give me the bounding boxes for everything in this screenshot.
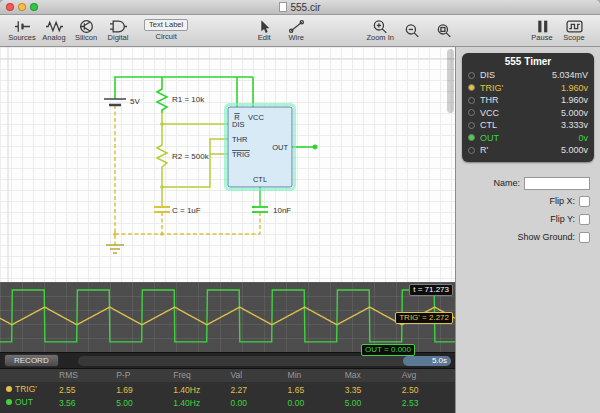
- pin-row-reset[interactable]: R' 5.000v: [468, 144, 588, 157]
- capacitor-c2[interactable]: [252, 207, 268, 212]
- wire-net-dis[interactable]: [162, 113, 228, 142]
- scrollbar-thumb[interactable]: [447, 49, 454, 113]
- out-signal-dot: [6, 399, 12, 405]
- pin-row-ctl[interactable]: CTL 3.333v: [468, 119, 588, 132]
- flip-x-label: Flip X:: [549, 196, 575, 206]
- out-avg: 2.53: [398, 395, 455, 408]
- pin-probe-radio[interactable]: [468, 84, 475, 91]
- ground-symbol[interactable]: [106, 245, 124, 253]
- circuit-schematic: R VCC DIS THR TRIG OUT CTL: [0, 47, 455, 282]
- chip-info-box: 555 Timer DIS 5.034mV TRIG' 1.960v THR 1…: [462, 53, 594, 162]
- pin-probe-radio[interactable]: [468, 134, 475, 141]
- pin-row-dis[interactable]: DIS 5.034mV: [468, 69, 588, 82]
- text-label-circuit-control[interactable]: Text Label Circuit: [144, 19, 188, 41]
- silicon-label: Silicon: [75, 34, 97, 42]
- pin-probe-radio[interactable]: [468, 109, 475, 116]
- resistor-r2[interactable]: [157, 142, 167, 170]
- document-icon: [279, 2, 287, 12]
- pin-value: 3.333v: [561, 120, 588, 130]
- pin-row-out[interactable]: OUT 0v: [468, 132, 588, 145]
- pin-label: R': [480, 145, 488, 155]
- pin-row-thr[interactable]: THR 1.960v: [468, 94, 588, 107]
- resistor-icon: [46, 19, 63, 34]
- zoom-window-button[interactable]: [30, 3, 38, 11]
- out-pp: 5.00: [112, 395, 169, 408]
- pin-label: VCC: [480, 108, 499, 118]
- flip-y-checkbox[interactable]: [579, 214, 590, 225]
- canvas-vertical-scrollbar[interactable]: [447, 49, 454, 280]
- wire-label: Wire: [288, 34, 303, 42]
- oscilloscope-panel[interactable]: t = 71.273 TRIG' = 2.272 OUT = 0.000: [0, 282, 455, 352]
- time-cursor-badge: t = 71.273: [409, 284, 453, 296]
- inspector-panel: 555 Timer DIS 5.034mV TRIG' 1.960v THR 1…: [455, 47, 600, 413]
- circuit-button[interactable]: Circuit: [155, 32, 176, 41]
- sources-button[interactable]: Sources: [8, 19, 36, 42]
- wire-button[interactable]: Wire: [282, 19, 310, 42]
- edit-button[interactable]: Edit: [250, 19, 278, 42]
- col-header-freq: Freq: [169, 369, 226, 382]
- pin-probe-radio[interactable]: [468, 122, 475, 129]
- name-input[interactable]: [524, 177, 590, 190]
- flip-x-checkbox[interactable]: [579, 196, 590, 207]
- resistor-r1[interactable]: [157, 85, 167, 113]
- pin-value: 5.034mV: [552, 70, 588, 80]
- zoom-out-icon: [404, 23, 421, 38]
- c2-label: 10nF: [273, 206, 291, 215]
- pin-value: 1.960v: [561, 95, 588, 105]
- pause-button[interactable]: Pause: [528, 19, 556, 42]
- show-ground-label: Show Ground:: [517, 232, 575, 242]
- pin-probe-radio[interactable]: [468, 97, 475, 104]
- left-column: R VCC DIS THR TRIG OUT CTL: [0, 47, 455, 413]
- chip-pin-ctl: CTL: [253, 175, 267, 184]
- titlebar[interactable]: 555.cir: [0, 0, 600, 15]
- pin-probe-radio[interactable]: [468, 72, 475, 79]
- show-ground-checkbox[interactable]: [579, 232, 590, 243]
- out-min: 0.00: [284, 395, 341, 408]
- analog-button[interactable]: Analog: [40, 19, 68, 42]
- pin-row-trig[interactable]: TRIG' 1.960v: [468, 82, 588, 95]
- out-freq: 1.40Hz: [169, 395, 226, 408]
- close-window-button[interactable]: [6, 3, 14, 11]
- edit-label: Edit: [258, 34, 271, 42]
- pin-row-vcc[interactable]: VCC 5.000v: [468, 107, 588, 120]
- flip-y-row: Flip Y:: [456, 212, 600, 227]
- schematic-canvas[interactable]: R VCC DIS THR TRIG OUT CTL: [0, 47, 455, 282]
- zoom-fit-icon: [436, 23, 453, 38]
- chip-pin-vcc: VCC: [248, 113, 264, 122]
- pin-probe-radio[interactable]: [468, 147, 475, 154]
- text-label-button[interactable]: Text Label: [144, 19, 188, 31]
- minimize-window-button[interactable]: [18, 3, 26, 11]
- window-title: 555.cir: [0, 2, 600, 13]
- battery-component[interactable]: [104, 99, 126, 105]
- pause-label: Pause: [531, 34, 552, 42]
- scope-button[interactable]: Scope: [560, 19, 588, 42]
- pin-value: 5.000v: [561, 108, 588, 118]
- trig-rms: 2.55: [55, 382, 112, 395]
- col-header-max: Max: [341, 369, 398, 382]
- chip-pin-trig: TRIG: [232, 150, 250, 159]
- zoom-in-label: Zoom In: [366, 34, 394, 42]
- table-row-out-name[interactable]: OUT: [0, 395, 55, 408]
- zoom-fit-button[interactable]: [430, 23, 458, 38]
- timeline-window-label[interactable]: 5.0s: [403, 356, 451, 366]
- flip-y-label: Flip Y:: [550, 214, 575, 224]
- analog-label: Analog: [42, 34, 65, 42]
- pause-icon: [534, 19, 551, 34]
- pin-label: OUT: [480, 133, 499, 143]
- trig-val: 2.27: [226, 382, 283, 395]
- zoom-out-button[interactable]: [398, 23, 426, 38]
- capacitor-c1[interactable]: [154, 207, 170, 212]
- traffic-lights: [0, 3, 38, 11]
- record-button[interactable]: RECORD: [4, 354, 59, 367]
- scope-label: Scope: [563, 34, 584, 42]
- zoom-in-button[interactable]: Zoom In: [366, 19, 394, 42]
- wire-net-trig[interactable]: [162, 139, 228, 207]
- trig-avg: 2.50: [398, 382, 455, 395]
- out-max: 5.00: [341, 395, 398, 408]
- digital-button[interactable]: Digital: [104, 19, 132, 42]
- trig-pp: 1.69: [112, 382, 169, 395]
- pin-label: DIS: [480, 70, 495, 80]
- timeline-scrollbar[interactable]: 5.0s: [78, 356, 451, 366]
- silicon-button[interactable]: Silicon: [72, 19, 100, 42]
- trig-freq: 1.40Hz: [169, 382, 226, 395]
